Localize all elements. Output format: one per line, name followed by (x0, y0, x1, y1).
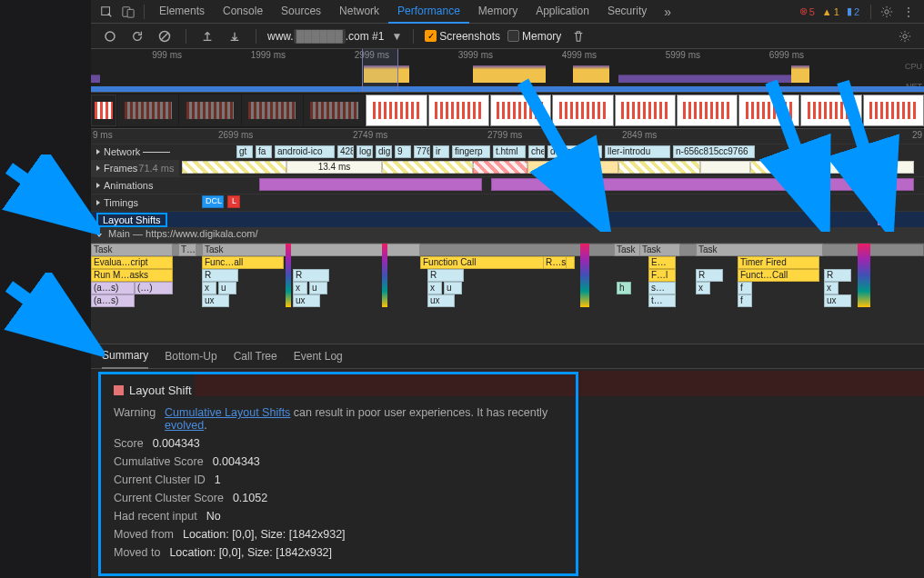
tab-network[interactable]: Network (330, 0, 388, 23)
network-resource[interactable]: dig (376, 145, 392, 158)
summary-row: Score0.004343 (114, 437, 563, 450)
summary-title: Layout Shift (114, 384, 563, 397)
details-tabbar: Summary Bottom-Up Call Tree Event Log (91, 344, 924, 369)
recording-host[interactable]: www.██████.com #1 (267, 30, 384, 43)
tab-event-log[interactable]: Event Log (294, 344, 343, 368)
download-icon[interactable] (225, 26, 245, 46)
network-resource[interactable]: fingerp (452, 145, 490, 158)
cls-link[interactable]: Cumulative Layout Shifts (165, 406, 290, 419)
event-color-swatch (114, 385, 124, 395)
message-badge[interactable]: ▮ 2 (847, 5, 859, 17)
trash-icon[interactable] (568, 26, 588, 46)
network-resource[interactable]: ir (433, 145, 449, 158)
svg-point-10 (105, 32, 115, 41)
network-resource[interactable]: 9 (395, 145, 411, 158)
evolved-link[interactable]: evolved (165, 419, 204, 432)
cpu-label: CPU (905, 62, 922, 71)
kebab-icon[interactable]: ⋮ (899, 2, 919, 22)
svg-line-1 (9, 168, 86, 223)
upload-icon[interactable] (197, 26, 217, 46)
network-resource[interactable]: n-656c815cc9766 (673, 145, 755, 158)
flame-chart[interactable]: Task T… Task Task Task Task Evalua…cript… (91, 244, 924, 344)
summary-row: Had recent inputNo (114, 510, 563, 523)
summary-row: Moved toLocation: [0,0], Size: [1842x932… (114, 546, 563, 559)
main-toolbar: ElementsConsoleSourcesNetworkPerformance… (91, 0, 924, 24)
tab-performance[interactable]: Performance (388, 0, 469, 24)
capture-settings-icon[interactable] (895, 26, 915, 46)
settings-icon[interactable] (877, 2, 897, 22)
annotation-arrow (829, 73, 902, 232)
svg-line-5 (843, 82, 886, 218)
reload-icon[interactable] (127, 26, 147, 46)
network-resource[interactable]: android-ico (275, 145, 335, 158)
load-marker[interactable]: L (227, 195, 240, 208)
warning-row: Warning Cumulative Layout Shifts can res… (114, 406, 563, 432)
tab-console[interactable]: Console (214, 0, 272, 23)
dcl-marker[interactable]: DCL (202, 195, 224, 208)
device-toggle-icon[interactable] (118, 2, 138, 22)
svg-line-4 (771, 82, 821, 218)
svg-rect-8 (127, 9, 134, 17)
annotation-arrow (0, 154, 100, 241)
perf-toolbar: www.██████.com #1 ▼ ✓Screenshots Memory (91, 24, 924, 49)
annotation-arrow (758, 73, 835, 232)
svg-line-12 (161, 33, 168, 40)
network-resource[interactable]: log (357, 145, 373, 158)
svg-line-3 (523, 82, 600, 220)
tab-sources[interactable]: Sources (272, 0, 330, 23)
svg-point-9 (885, 9, 889, 13)
network-resource[interactable]: gt (236, 145, 253, 158)
more-tabs-icon[interactable]: » (658, 2, 678, 22)
svg-line-2 (9, 286, 88, 344)
layout-shift-summary: Layout Shift Warning Cumulative Layout S… (98, 372, 578, 576)
svg-point-13 (903, 34, 907, 37)
memory-checkbox[interactable]: Memory (507, 30, 561, 43)
record-icon[interactable] (100, 26, 120, 46)
screenshots-checkbox[interactable]: ✓Screenshots (425, 30, 500, 43)
tab-security[interactable]: Security (598, 0, 656, 23)
annotation-arrow (0, 273, 105, 359)
annotation-arrow (509, 73, 618, 232)
summary-row: Current Cluster Score0.1052 (114, 492, 563, 504)
network-resource[interactable]: 428 (337, 145, 354, 158)
warning-badge[interactable]: ▲ 1 (822, 6, 839, 17)
error-badge[interactable]: ⊗ 5 (799, 5, 815, 17)
tab-call-tree[interactable]: Call Tree (234, 344, 277, 368)
network-resource[interactable]: 776 (414, 145, 430, 158)
tab-summary[interactable]: Summary (102, 344, 148, 369)
tab-application[interactable]: Application (527, 0, 598, 23)
tab-elements[interactable]: Elements (150, 0, 214, 23)
summary-row: Cumulative Score0.004343 (114, 455, 563, 468)
inspect-icon[interactable] (96, 2, 116, 22)
summary-row: Current Cluster ID1 (114, 473, 563, 486)
summary-row: Moved fromLocation: [0,0], Size: [1842x9… (114, 528, 563, 541)
network-resource[interactable]: fa (256, 145, 272, 158)
dropdown-icon[interactable]: ▼ (391, 30, 402, 43)
clear-icon[interactable] (155, 26, 175, 46)
tab-bottom-up[interactable]: Bottom-Up (165, 344, 216, 368)
layout-shifts-label: Layout Shifts (96, 213, 167, 227)
tab-memory[interactable]: Memory (469, 0, 527, 23)
